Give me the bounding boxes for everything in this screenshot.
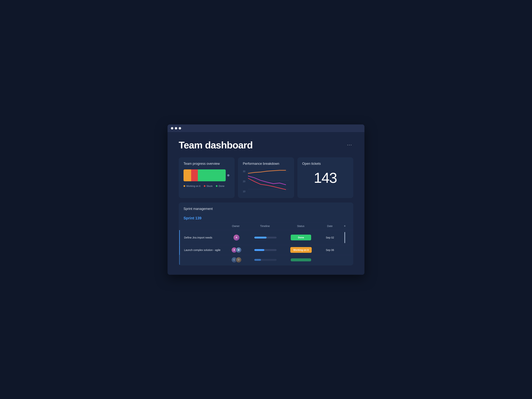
progress-bar-wrapper — [184, 169, 230, 181]
y-label-30: 30 — [243, 170, 245, 173]
progress-bar-end-circle — [227, 174, 229, 177]
browser-dot-1 — [171, 127, 173, 129]
cards-row: Team progress overview Working on it — [179, 157, 353, 198]
table-row: Launch complex solution - agile A B Wo — [179, 245, 353, 255]
open-tickets-title: Open tickets — [302, 162, 348, 166]
status-badge[interactable] — [291, 258, 311, 261]
progress-bar-container — [184, 169, 226, 181]
browser-window: Team dashboard ··· Team progress overvie… — [168, 124, 364, 275]
legend-label-stuck: Stuck — [207, 185, 213, 187]
legend-item-done: Done — [216, 185, 224, 187]
status-2: Working on it — [283, 247, 319, 253]
legend-dot-working — [184, 185, 185, 187]
status-badge[interactable]: Done — [291, 234, 311, 240]
open-tickets-card: Open tickets 143 — [298, 157, 353, 198]
open-tickets-count: 143 — [302, 169, 348, 186]
browser-toolbar — [168, 124, 364, 132]
team-progress-card: Team progress overview Working on it — [179, 157, 234, 198]
date-2: Sep 06 — [319, 248, 341, 252]
scrollbar-col — [341, 232, 348, 243]
y-label-10: 10 — [243, 190, 245, 193]
sprint-name: Sprint 139 — [180, 216, 202, 220]
task-name-2: Launch complex solution - agile — [181, 248, 225, 252]
legend-label-working: Working on it — [186, 185, 200, 187]
progress-segment-working — [184, 169, 191, 181]
chart-y-labels: 30 20 10 — [243, 169, 245, 194]
timeline-bar-fill — [254, 249, 264, 251]
timeline-bar-container — [254, 249, 277, 251]
status-badge[interactable]: Working on it — [290, 247, 312, 253]
dashboard-header: Team dashboard ··· — [179, 139, 353, 151]
sprint-section: Sprint management Sprint 139 Owner Timel… — [179, 203, 353, 266]
performance-title: Performance breakdown — [243, 162, 289, 166]
sprint-name-row: Sprint 139 — [179, 214, 353, 222]
timeline-bar-container — [254, 237, 277, 239]
sprint-table-headers: Owner Timeline Status Date + — [179, 222, 353, 230]
timeline-bar-fill — [254, 259, 261, 261]
page-title: Team dashboard — [179, 139, 253, 151]
performance-chart — [248, 169, 289, 194]
legend-item-stuck: Stuck — [204, 185, 213, 187]
add-column-button[interactable]: + — [344, 224, 346, 228]
legend-dot-stuck — [204, 185, 205, 187]
col-header-owner: Owner — [225, 225, 247, 228]
legend-label-done: Done — [219, 185, 224, 187]
timeline-bar-container — [254, 259, 277, 261]
owner-1: A — [225, 234, 248, 241]
chart-svg-wrapper — [248, 169, 289, 194]
avatar: B — [236, 247, 242, 253]
sprint-section-title: Sprint management — [179, 207, 353, 214]
progress-segment-stuck — [191, 169, 198, 181]
col-header-add: + — [341, 224, 348, 228]
table-row: C D — [179, 255, 353, 266]
performance-card: Performance breakdown 30 20 10 — [238, 157, 294, 198]
owner-3: C D — [225, 257, 248, 263]
progress-segment-done — [198, 169, 226, 181]
status-3 — [283, 258, 319, 261]
browser-dot-3 — [179, 127, 181, 129]
progress-bar-end — [227, 169, 230, 181]
browser-dot-2 — [175, 127, 177, 129]
chart-area: 30 20 10 — [243, 169, 289, 194]
date-1: Sep 02 — [319, 236, 341, 239]
y-label-20: 20 — [243, 180, 245, 183]
legend-dot-done — [216, 185, 217, 187]
timeline-3 — [248, 259, 283, 261]
timeline-bar-fill — [254, 237, 266, 239]
col-header-timeline: Timeline — [247, 225, 283, 228]
progress-legend: Working on it Stuck Done — [184, 185, 230, 187]
task-name-1: Define Jira import needs — [181, 236, 225, 239]
col-header-status: Status — [283, 225, 319, 228]
table-row: Define Jira import needs A Done Sep 02 — [179, 230, 353, 245]
avatar-group: C D — [231, 257, 242, 263]
more-menu-button[interactable]: ··· — [346, 141, 353, 148]
timeline-1 — [248, 237, 283, 239]
avatar-group: A B — [231, 247, 242, 253]
team-progress-title: Team progress overview — [184, 162, 230, 166]
timeline-2 — [248, 249, 283, 251]
dashboard-content: Team dashboard ··· Team progress overvie… — [168, 132, 364, 275]
scrollbar-indicator[interactable] — [344, 232, 345, 243]
sprint-table-wrapper: Sprint 139 Owner Timeline Status Date + … — [179, 214, 353, 266]
owner-2: A B — [225, 247, 248, 253]
legend-item-working: Working on it — [184, 185, 200, 187]
status-1: Done — [283, 234, 319, 240]
col-header-date: Date — [319, 225, 341, 228]
avatar: A — [234, 234, 240, 241]
avatar: D — [236, 257, 242, 263]
